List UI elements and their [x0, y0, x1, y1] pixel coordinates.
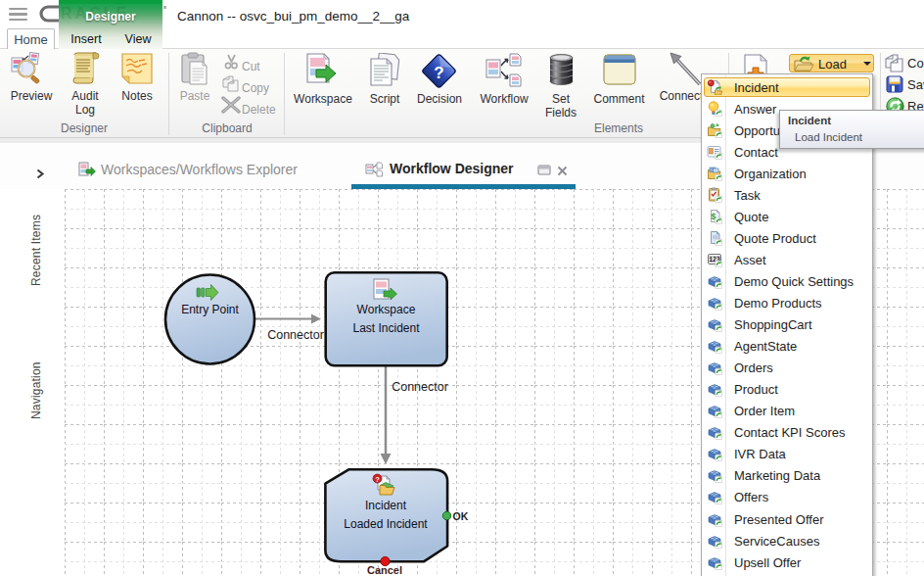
svg-text:Last Incident: Last Incident: [352, 321, 420, 335]
svg-text:Loaded Incident: Loaded Incident: [344, 517, 428, 531]
svg-text:Connector: Connector: [392, 380, 448, 394]
svg-text:Workspace: Workspace: [357, 303, 416, 316]
svg-text:Cancel: Cancel: [367, 564, 402, 576]
svg-text:?: ?: [375, 475, 380, 484]
svg-text:?: ?: [434, 64, 443, 82]
svg-text:Entry Point: Entry Point: [181, 303, 239, 316]
svg-text:Incident: Incident: [365, 499, 407, 512]
svg-text:Connector: Connector: [267, 328, 324, 342]
svg-text:OK: OK: [453, 510, 469, 522]
